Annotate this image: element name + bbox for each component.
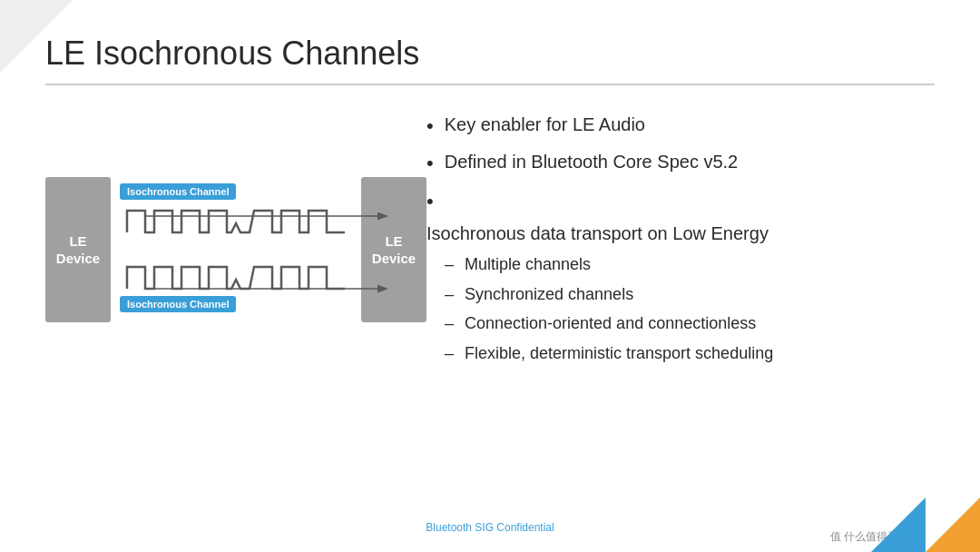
bullet-text-2: Defined in Bluetooth Core Spec v5.2 [445, 146, 739, 177]
bullet-item-1: Key enabler for LE Audio [426, 109, 926, 143]
left-le-device: LEDevice [45, 177, 111, 322]
channel2-signal [120, 260, 352, 296]
sub-bullet-2: Synchronized channels [445, 281, 773, 309]
sub-bullet-text-1: Multiple channels [465, 251, 591, 279]
slide-title: LE Isochronous Channels [45, 34, 419, 73]
bullet-item-2: Defined in Bluetooth Core Spec v5.2 [426, 146, 926, 180]
channel1-signal [120, 203, 352, 240]
channel-row-2: Isochronous Channel [120, 256, 352, 316]
footer-text: Bluetooth SIG Confidential [426, 521, 554, 534]
title-underline [45, 84, 935, 85]
diagram-container: LEDevice Isochronous Channel Isochronous… [45, 154, 426, 345]
signal1-svg [120, 203, 352, 240]
bullet-item-3: Isochronous data transport on Low Energy… [426, 184, 926, 370]
channel-row-1: Isochronous Channel [120, 183, 352, 240]
sub-bullet-list: Multiple channels Synchronized channels … [445, 251, 773, 369]
bullet-text-1: Key enabler for LE Audio [445, 109, 645, 140]
channel1-label: Isochronous Channel [120, 183, 236, 200]
right-content: Key enabler for LE Audio Defined in Blue… [426, 109, 926, 373]
bullet-list: Key enabler for LE Audio Defined in Blue… [426, 109, 926, 370]
corner-decoration-bottom-right [898, 498, 980, 552]
right-le-device: LEDevice [361, 177, 426, 322]
triangle-blue [871, 498, 926, 552]
sub-bullet-text-2: Synchronized channels [465, 281, 633, 309]
bullet-text-3: Isochronous data transport on Low Energy [426, 218, 769, 249]
channel2-label: Isochronous Channel [120, 296, 236, 312]
sub-bullet-text-3: Connection-oriented and connectionless [465, 310, 756, 338]
sub-bullet-text-4: Flexible, deterministic transport schedu… [465, 340, 773, 368]
sub-bullet-4: Flexible, deterministic transport schedu… [445, 340, 773, 368]
channels-area: Isochronous Channel Isochronous Channel [111, 183, 361, 316]
sub-bullet-1: Multiple channels [445, 251, 773, 279]
signal2-svg [120, 260, 352, 296]
triangle-orange [926, 498, 980, 552]
sub-bullet-3: Connection-oriented and connectionless [445, 310, 773, 338]
